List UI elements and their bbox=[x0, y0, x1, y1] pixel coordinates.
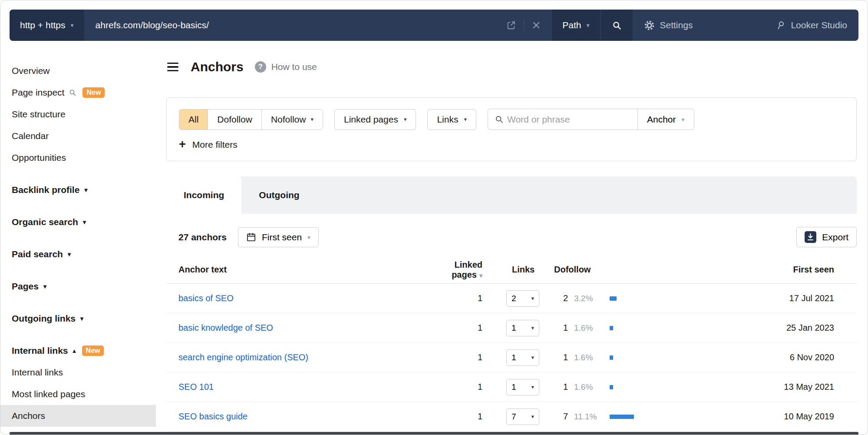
chevron-down-icon: ▾ bbox=[68, 251, 71, 258]
anchor-link[interactable]: basic knowledge of SEO bbox=[178, 323, 273, 332]
table-row: basics of SEO 1 2▾ 2 3.2% 17 Jul 2021 bbox=[166, 284, 857, 313]
anchor-mode-selector[interactable]: Anchor ▾ bbox=[637, 109, 694, 130]
dofollow-percent: 1.6% bbox=[574, 382, 603, 392]
linked-pages-value: 1 bbox=[422, 352, 487, 362]
col-linked-pages[interactable]: Linked pages▾ bbox=[422, 260, 487, 280]
export-button[interactable]: Export bbox=[796, 227, 857, 247]
links-count-select[interactable]: 1▾ bbox=[506, 349, 539, 366]
anchor-link[interactable]: search engine optimization (SEO) bbox=[178, 352, 308, 362]
anchor-link[interactable]: SEO 101 bbox=[178, 382, 214, 392]
anchor-link[interactable]: basics of SEO bbox=[178, 293, 234, 303]
path-mode-selector[interactable]: Path ▾ bbox=[552, 10, 600, 41]
sidebar-group-internal-links[interactable]: Internal links ▴ New bbox=[0, 340, 156, 362]
filter-all-button[interactable]: All bbox=[179, 110, 208, 130]
sidebar-group-label: Backlink profile bbox=[12, 185, 79, 195]
sidebar-group-label: Organic search bbox=[12, 217, 78, 227]
first-seen-value: 13 May 2021 bbox=[741, 382, 845, 392]
list-toolbar: 27 anchors First seen ▾ bbox=[166, 227, 857, 247]
how-to-use-label: How to use bbox=[271, 62, 317, 72]
chevron-down-icon: ▾ bbox=[531, 325, 534, 331]
chevron-down-icon: ▾ bbox=[531, 354, 534, 361]
sidebar-item-most-linked-pages[interactable]: Most linked pages bbox=[0, 383, 156, 405]
sidebar-group-pages[interactable]: Pages ▾ bbox=[0, 276, 156, 297]
sidebar-group-organic-search[interactable]: Organic search ▾ bbox=[0, 211, 156, 233]
linked-pages-value: 1 bbox=[422, 323, 487, 333]
how-to-use-link[interactable]: ? How to use bbox=[255, 61, 317, 73]
dofollow-bar bbox=[610, 326, 613, 330]
search-button[interactable] bbox=[601, 10, 633, 41]
dofollow-bar bbox=[610, 296, 617, 301]
sidebar-item-label: Calendar bbox=[12, 131, 49, 141]
looker-studio-button[interactable]: Looker Studio bbox=[765, 10, 858, 41]
path-mode-label: Path bbox=[562, 20, 581, 30]
sidebar-item-internal-links[interactable]: Internal links bbox=[0, 362, 156, 383]
search-icon bbox=[69, 89, 76, 96]
dofollow-percent: 3.2% bbox=[574, 294, 603, 303]
sidebar-group-outgoing-links[interactable]: Outgoing links ▾ bbox=[0, 308, 156, 329]
dofollow-bar bbox=[610, 355, 613, 360]
filters-panel: All Dofollow Nofollow ▾ Linked pages ▾ bbox=[166, 97, 857, 161]
sidebar: Overview Page inspect New Site structure… bbox=[0, 41, 156, 427]
word-search-input[interactable] bbox=[507, 109, 637, 130]
app-frame: http + https ▾ ahrefs.com/blog/seo-basic… bbox=[0, 0, 868, 435]
col-anchor-text: Anchor text bbox=[178, 265, 422, 275]
anchor-link[interactable]: SEO basics guide bbox=[178, 412, 248, 421]
first-seen-sort-button[interactable]: First seen ▾ bbox=[238, 227, 319, 247]
table-row: SEO 101 1 1▾ 1 1.6% 13 May 2021 bbox=[166, 372, 857, 402]
links-count-select[interactable]: 1▾ bbox=[506, 379, 539, 395]
col-links: Links bbox=[487, 265, 554, 275]
sidebar-group-paid-search[interactable]: Paid search ▾ bbox=[0, 243, 156, 265]
sidebar-group-label: Outgoing links bbox=[12, 313, 76, 324]
gear-icon bbox=[644, 20, 655, 31]
main-content: Anchors ? How to use All Dofollow bbox=[156, 41, 868, 432]
help-icon: ? bbox=[255, 61, 266, 73]
settings-button[interactable]: Settings bbox=[633, 10, 704, 41]
tab-incoming[interactable]: Incoming bbox=[166, 176, 241, 214]
target-url-input[interactable]: ahrefs.com/blog/seo-basics/ bbox=[96, 20, 499, 30]
more-filters-button[interactable]: + More filters bbox=[179, 139, 238, 150]
sidebar-item-overview[interactable]: Overview bbox=[0, 60, 156, 82]
links-filter-button[interactable]: Links ▾ bbox=[427, 109, 476, 130]
sidebar-item-label: Opportunities bbox=[12, 153, 66, 163]
sidebar-item-anchors[interactable]: Anchors bbox=[0, 405, 156, 427]
chevron-down-icon: ▾ bbox=[80, 315, 83, 322]
linked-pages-filter-button[interactable]: Linked pages ▾ bbox=[334, 109, 416, 130]
chevron-up-icon: ▴ bbox=[73, 347, 76, 354]
open-external-icon[interactable] bbox=[506, 20, 516, 30]
top-toolbar: http + https ▾ ahrefs.com/blog/seo-basic… bbox=[10, 10, 858, 41]
chevron-down-icon: ▾ bbox=[84, 186, 87, 193]
links-count-select[interactable]: 1▾ bbox=[506, 320, 539, 336]
sidebar-item-label: Page inspect bbox=[12, 87, 64, 98]
links-count-select[interactable]: 7▾ bbox=[506, 408, 539, 425]
dofollow-count: 7 bbox=[554, 412, 568, 422]
links-count-select[interactable]: 2▾ bbox=[506, 290, 539, 307]
chevron-down-icon: ▾ bbox=[43, 283, 46, 290]
sidebar-item-label: Overview bbox=[12, 66, 50, 76]
linked-pages-value: 1 bbox=[422, 412, 487, 422]
dofollow-percent: 11.1% bbox=[574, 412, 603, 422]
sidebar-item-calendar[interactable]: Calendar bbox=[0, 125, 156, 147]
tab-outgoing[interactable]: Outgoing bbox=[241, 176, 317, 214]
sidebar-item-site-structure[interactable]: Site structure bbox=[0, 103, 156, 125]
horizontal-scrollbar[interactable] bbox=[10, 432, 858, 435]
sidebar-item-page-inspect[interactable]: Page inspect New bbox=[0, 82, 156, 103]
col-first-seen: First seen bbox=[741, 265, 845, 275]
clear-url-icon[interactable] bbox=[532, 21, 541, 30]
dofollow-count: 1 bbox=[554, 352, 568, 362]
filter-nofollow-button[interactable]: Nofollow ▾ bbox=[262, 110, 323, 130]
chevron-down-icon: ▾ bbox=[464, 116, 467, 123]
sidebar-group-backlink-profile[interactable]: Backlink profile ▾ bbox=[0, 179, 156, 201]
sidebar-item-opportunities[interactable]: Opportunities bbox=[0, 147, 156, 169]
chevron-down-icon: ▾ bbox=[71, 22, 74, 29]
looker-studio-icon bbox=[776, 20, 785, 30]
filter-dofollow-button[interactable]: Dofollow bbox=[208, 110, 262, 130]
first-seen-value: 6 Nov 2020 bbox=[741, 352, 845, 362]
protocol-selector[interactable]: http + https ▾ bbox=[10, 10, 84, 41]
table-row: search engine optimization (SEO) 1 1▾ 1 … bbox=[166, 343, 857, 372]
protocol-label: http + https bbox=[20, 20, 66, 30]
col-dofollow: Dofollow bbox=[554, 265, 741, 275]
menu-toggle-icon[interactable] bbox=[166, 61, 179, 73]
dofollow-count: 2 bbox=[554, 293, 568, 303]
settings-label: Settings bbox=[660, 20, 693, 30]
sidebar-group-label: Paid search bbox=[12, 249, 63, 259]
